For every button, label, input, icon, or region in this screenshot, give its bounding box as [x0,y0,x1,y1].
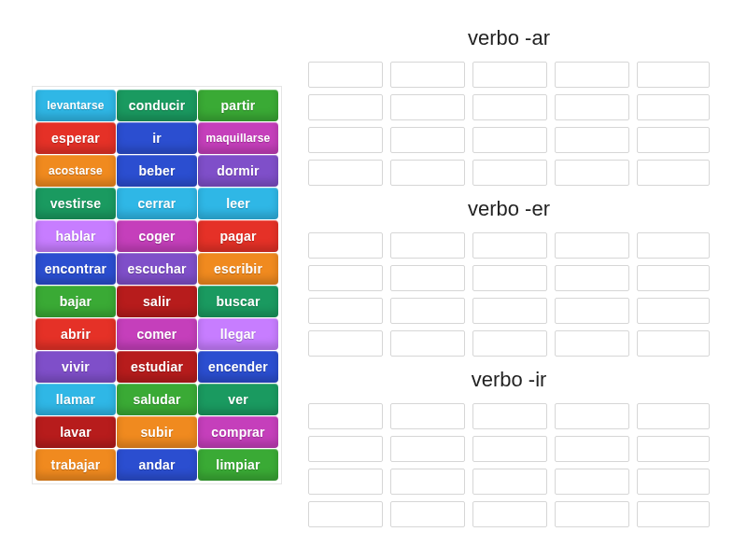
verb-tile-limpiar[interactable]: limpiar [198,449,278,481]
verb-tile-ir[interactable]: ir [117,122,197,154]
drop-slot[interactable] [555,330,629,357]
verb-tile-escribir[interactable]: escribir [198,253,278,285]
drop-slot[interactable] [637,298,710,324]
verb-tile-maquillarse[interactable]: maquillarse [198,122,278,154]
drop-slot[interactable] [472,232,547,259]
drop-slot[interactable] [555,501,629,527]
verb-tile-vestirse[interactable]: vestirse [35,188,116,219]
drop-slot[interactable] [308,469,383,495]
drop-slot[interactable] [472,298,547,324]
verb-tile-llamar[interactable]: llamar [35,384,116,415]
verb-tile-leer[interactable]: leer [198,188,278,219]
drop-slot[interactable] [472,436,547,462]
verb-tile-escuchar[interactable]: escuchar [117,253,197,285]
drop-slot[interactable] [308,232,383,259]
drop-slot[interactable] [390,127,465,153]
verb-tile-saludar[interactable]: saludar [117,384,197,415]
drop-slot[interactable] [308,127,383,153]
verb-tile-ver[interactable]: ver [198,384,278,415]
drop-grid [308,232,710,357]
drop-slot[interactable] [637,62,710,88]
drop-slot[interactable] [308,436,383,462]
drop-slot[interactable] [637,330,710,357]
verb-tile-andar[interactable]: andar [117,449,197,481]
drop-slot[interactable] [472,501,547,527]
verb-tile-comer[interactable]: comer [117,318,197,350]
verb-tile-bajar[interactable]: bajar [35,286,116,317]
drop-slot[interactable] [555,298,629,324]
drop-slot[interactable] [472,62,547,88]
drop-slot[interactable] [472,403,547,429]
verb-tile-lavar[interactable]: lavar [35,416,116,448]
drop-slot[interactable] [472,265,547,291]
verb-tile-trabajar[interactable]: trabajar [35,449,116,481]
drop-slot[interactable] [637,501,710,527]
drop-slot[interactable] [308,160,383,186]
verb-tile-encender[interactable]: encender [198,351,278,383]
drop-grid [308,403,710,527]
verb-tile-cerrar[interactable]: cerrar [117,188,197,219]
verb-tile-levantarse[interactable]: levantarse [35,90,116,121]
verb-tile-pagar[interactable]: pagar [198,220,278,252]
drop-slot[interactable] [390,298,465,324]
drop-slot[interactable] [390,265,465,291]
drop-slot[interactable] [390,62,465,88]
drop-slot[interactable] [555,127,629,153]
drop-slot[interactable] [390,469,465,495]
verb-tile-coger[interactable]: coger [117,220,197,252]
drop-slot[interactable] [555,160,629,186]
drop-slot[interactable] [555,436,629,462]
drop-slot[interactable] [637,265,710,291]
drop-slot[interactable] [308,298,383,324]
drop-slot[interactable] [472,469,547,495]
verb-tile-encontrar[interactable]: encontrar [35,253,116,285]
drop-slot[interactable] [555,265,629,291]
drop-slot[interactable] [472,127,547,153]
verb-tile-beber[interactable]: beber [117,155,197,187]
drop-slot[interactable] [308,62,383,88]
drop-slot[interactable] [308,94,383,120]
verb-tile-subir[interactable]: subir [117,416,197,448]
drop-slot[interactable] [637,436,710,462]
drop-slot[interactable] [637,127,710,153]
drop-slot[interactable] [637,469,710,495]
verb-tile-partir[interactable]: partir [198,90,278,121]
drop-slot[interactable] [308,403,383,429]
drop-slot[interactable] [390,330,465,357]
verb-tile-esperar[interactable]: esperar [35,122,116,154]
drop-slot[interactable] [390,232,465,259]
drop-slot[interactable] [390,403,465,429]
drop-slot[interactable] [555,62,629,88]
verb-tile-estudiar[interactable]: estudiar [117,351,197,383]
verb-tile-salir[interactable]: salir [117,286,197,317]
drop-slot[interactable] [390,160,465,186]
drop-slot[interactable] [555,232,629,259]
drop-slot[interactable] [308,501,383,527]
verb-tile-comprar[interactable]: comprar [198,416,278,448]
drop-slot[interactable] [308,330,383,357]
verb-tile-llegar[interactable]: llegar [198,318,278,350]
source-panel: levantarseconducirpartiresperarirmaquill… [32,86,282,560]
drop-slot[interactable] [637,94,710,120]
drop-slot[interactable] [390,501,465,527]
drop-slot[interactable] [472,94,547,120]
drop-slot[interactable] [555,469,629,495]
verb-tile-hablar[interactable]: hablar [35,220,116,252]
verb-tile-vivir[interactable]: vivir [35,351,116,383]
verb-tile-dormir[interactable]: dormir [198,155,278,187]
drop-slot[interactable] [472,330,547,357]
verb-tile-abrir[interactable]: abrir [35,318,116,350]
verb-tile-conducir[interactable]: conducir [117,90,197,121]
drop-slot[interactable] [555,403,629,429]
verb-tile-buscar[interactable]: buscar [198,286,278,317]
drop-grid [308,62,710,186]
verb-tile-acostarse[interactable]: acostarse [35,155,116,187]
drop-slot[interactable] [637,232,710,259]
drop-slot[interactable] [555,94,629,120]
drop-slot[interactable] [308,265,383,291]
drop-slot[interactable] [637,160,710,186]
drop-slot[interactable] [390,436,465,462]
drop-slot[interactable] [390,94,465,120]
drop-slot[interactable] [472,160,547,186]
drop-slot[interactable] [637,403,710,429]
